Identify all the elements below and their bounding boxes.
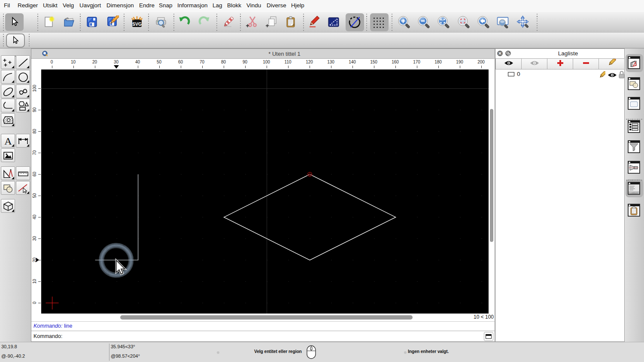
svg-text:SVG: SVG [132, 21, 141, 27]
svg-text:c command: c command [630, 192, 638, 194]
svg-text:A: A [4, 136, 12, 147]
